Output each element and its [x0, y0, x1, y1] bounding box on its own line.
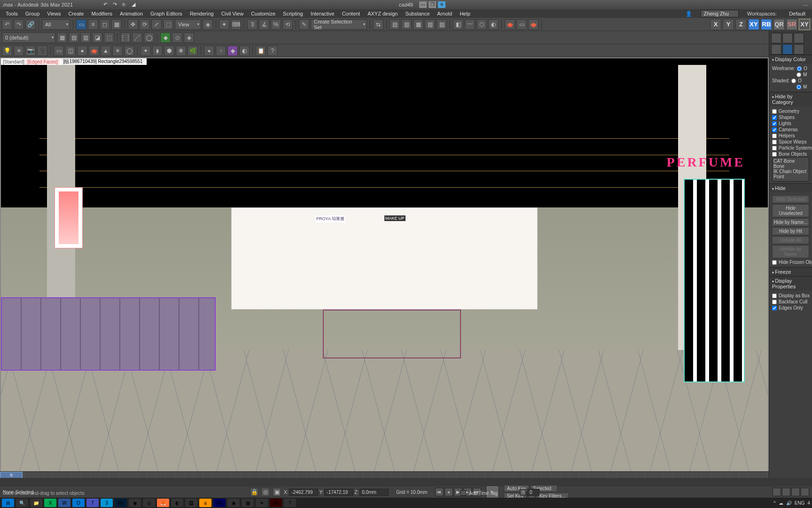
axis-xyz-button[interactable]: XY [799, 19, 810, 30]
ref-coord-dropdown[interactable]: View [175, 19, 201, 30]
task-br-icon[interactable]: Br [270, 499, 282, 507]
link-button[interactable]: 🔗 [25, 19, 36, 30]
schematic-button[interactable]: ⬡ [476, 19, 487, 30]
rollout-hide-category[interactable]: Hide by Category [769, 92, 812, 106]
task-app5-icon[interactable]: a [199, 499, 211, 507]
cb-helpers[interactable] [772, 134, 777, 138]
curve-editor-button[interactable]: 〰 [465, 19, 475, 30]
tab-hierarchy-icon[interactable] [794, 33, 804, 43]
goto-start-icon[interactable]: ⏮ [435, 488, 444, 496]
mirror-button[interactable]: ⇆ [373, 19, 383, 30]
wireframe-obj-radio[interactable] [797, 66, 802, 71]
tab-display-icon[interactable] [782, 44, 793, 55]
light-btn1[interactable]: 💡 [2, 46, 12, 56]
align2-button[interactable]: ▥ [401, 19, 412, 30]
hide-unselected-button[interactable]: Hide Unselected [772, 204, 809, 217]
grid-btn2[interactable]: ⋰ [132, 32, 142, 43]
prim-sun[interactable]: ☀ [112, 46, 123, 56]
edit-named-sel-button[interactable]: ✎ [299, 19, 309, 30]
task-app7-icon[interactable]: ✦ [256, 499, 268, 507]
task-explorer-icon[interactable]: 📁 [30, 499, 42, 507]
snap-btn2[interactable]: ◇ [172, 32, 182, 43]
axis-qr-button[interactable]: QR [773, 19, 785, 30]
extra4[interactable]: ❋ [176, 46, 186, 56]
sel-lock-icon[interactable]: ▣ [273, 488, 281, 496]
menu-views[interactable]: Views [43, 10, 64, 17]
extra10[interactable]: 📋 [256, 46, 266, 56]
prim-teapot[interactable]: 🫖 [89, 46, 99, 56]
viewport-preset-label[interactable]: [Standard] [3, 59, 24, 64]
undo-button[interactable]: ↶ [2, 19, 12, 30]
snap-btn1[interactable]: ◆ [160, 32, 171, 43]
menu-arnold[interactable]: Arnold [433, 10, 456, 17]
menu-animation[interactable]: Animation [116, 10, 147, 17]
task-firefox-icon[interactable]: 🦊 [157, 499, 169, 507]
align4-button[interactable]: ▧ [425, 19, 435, 30]
task-excel-icon[interactable]: X [44, 499, 56, 507]
maximize-icon[interactable] [801, 488, 809, 496]
prim-plane[interactable]: ▭ [54, 46, 64, 56]
user-dropdown[interactable]: Zheng Zhu [701, 10, 739, 17]
tray-time[interactable]: 4 [807, 500, 810, 506]
prim-sphere[interactable]: ● [77, 46, 87, 56]
named-selection-dropdown[interactable]: Create Selection Set [311, 19, 367, 30]
extra7[interactable]: ⁘ [216, 46, 226, 56]
hide-by-name-button[interactable]: Hide by Name... [772, 218, 809, 226]
prev-frame-icon[interactable]: ◂ [445, 488, 453, 496]
time-slider-thumb[interactable]: 0 [0, 472, 23, 478]
menu-group[interactable]: Group [22, 10, 44, 17]
qat-signal-icon[interactable]: ◢ [132, 1, 138, 8]
qat-undo-icon[interactable]: ↶ [103, 1, 110, 8]
menu-substance[interactable]: Substance [401, 10, 433, 17]
align-button[interactable]: ▤ [390, 19, 400, 30]
rect-region-button[interactable]: ◻ [100, 19, 110, 30]
select-object-button[interactable]: ▭ [76, 19, 86, 30]
extra3[interactable]: ⬢ [164, 46, 174, 56]
window-crossing-button[interactable]: ▦ [111, 19, 122, 30]
extra2[interactable]: ◗ [152, 46, 163, 56]
cb-backface-cull[interactable] [772, 300, 777, 304]
scale-button[interactable]: ⤢ [151, 19, 162, 30]
menu-customize[interactable]: Customize [247, 10, 279, 17]
layer-btn4[interactable]: ◪ [92, 32, 102, 43]
menu-tools[interactable]: Tools [2, 10, 22, 17]
time-config-icon[interactable]: ⏱ [520, 489, 526, 496]
layer-btn5[interactable]: ⬚ [104, 32, 114, 43]
task-app3-icon[interactable]: ◐ [171, 499, 183, 507]
shaded-obj-radio[interactable] [791, 79, 796, 83]
axis-y-button[interactable]: Y [723, 19, 734, 30]
prim-sphere2[interactable]: ◯ [124, 46, 134, 56]
tab-create-icon[interactable] [771, 33, 781, 43]
task-ps-icon[interactable]: Ps [115, 499, 127, 507]
tab-utilities-icon[interactable] [794, 44, 804, 55]
qat-link-icon[interactable]: ⎋ [122, 1, 129, 8]
unhide-all-button[interactable]: Unhide All [772, 236, 809, 244]
time-tag-icon[interactable] [461, 490, 466, 496]
cb-particles[interactable] [772, 146, 777, 151]
tab-modify-icon[interactable] [782, 33, 793, 43]
hide-by-hit-button[interactable]: Hide by Hit [772, 227, 809, 235]
redo-button[interactable]: ↷ [14, 19, 24, 30]
zoom-icon[interactable] [782, 488, 790, 496]
move-button[interactable]: ✥ [128, 19, 138, 30]
cb-lights[interactable] [772, 121, 777, 126]
coord-y-value[interactable]: -17472.19 [324, 489, 353, 496]
placement-button[interactable]: ⬚ [163, 19, 173, 30]
rollout-freeze[interactable]: Freeze [769, 267, 812, 276]
lock-selection-icon[interactable]: 🔒 [250, 488, 258, 496]
menu-content[interactable]: Content [338, 10, 364, 17]
viewport-scene[interactable]: PERFUME PROYA 珀莱雅 MAKE UP [1, 65, 768, 472]
keyboard-shortcut-button[interactable]: ⌨ [231, 19, 241, 30]
axis-xy-button[interactable]: XY [748, 19, 759, 30]
task-app6-icon[interactable]: ▦ [242, 499, 254, 507]
menu-interactive[interactable]: Interactive [307, 10, 338, 17]
coord-x-value[interactable]: -2462.799 [289, 489, 318, 496]
tray-lang[interactable]: ENG [795, 500, 805, 506]
prim-cone[interactable]: ▲ [101, 46, 111, 56]
viewport-shading-label[interactable]: [Edged Faces] [25, 59, 59, 64]
rollout-display-properties[interactable]: Display Properties [769, 276, 812, 291]
snap-3-button[interactable]: 3 [247, 19, 258, 30]
task-chrome-icon[interactable]: ◉ [227, 499, 240, 507]
extra9[interactable]: ◐ [239, 46, 250, 56]
align5-button[interactable]: ▨ [437, 19, 447, 30]
